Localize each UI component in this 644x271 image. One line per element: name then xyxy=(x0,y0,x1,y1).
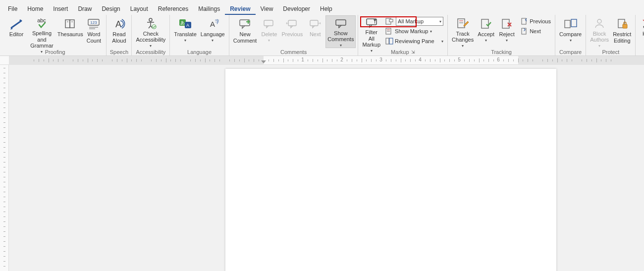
ribbon: Editor abc Spelling and Grammar Thesauru… xyxy=(0,15,644,56)
translate-dropdown-icon xyxy=(184,38,186,43)
next-change-icon xyxy=(520,27,528,35)
group-markup: Filter All Markup All Markup▾ Show Marku… xyxy=(358,15,448,55)
next-comment-icon xyxy=(308,17,322,30)
display-for-review-dropdown[interactable]: All Markup▾ xyxy=(396,17,443,26)
translate-button[interactable]: あA Translate xyxy=(172,15,198,48)
svg-rect-36 xyxy=(482,19,488,28)
block-authors-icon xyxy=(592,17,607,30)
tab-view[interactable]: View xyxy=(256,2,278,15)
language-dropdown-icon xyxy=(212,38,214,43)
translate-icon: あA xyxy=(178,17,193,30)
svg-text:あ: あ xyxy=(180,20,185,25)
svg-text:A: A xyxy=(210,20,215,28)
markup-dialog-launcher[interactable]: ⇲ xyxy=(411,49,415,55)
accept-button[interactable]: Accept xyxy=(476,15,496,48)
filter-dropdown-icon xyxy=(371,48,373,53)
track-changes-icon xyxy=(455,17,470,30)
delete-comment-button: Delete xyxy=(259,15,279,48)
spelling-dropdown-icon xyxy=(41,49,43,54)
new-comment-button[interactable]: New Comment xyxy=(231,15,259,48)
show-markup-icon xyxy=(385,27,393,35)
svg-point-10 xyxy=(149,18,152,21)
previous-change-button[interactable]: Previous xyxy=(518,16,553,26)
block-authors-button: Block Authors xyxy=(588,15,611,48)
read-aloud-button[interactable]: A Read Aloud xyxy=(108,15,129,48)
language-icon: A字 xyxy=(205,17,220,30)
svg-rect-23 xyxy=(310,20,318,26)
compare-button[interactable]: Compare xyxy=(557,15,584,48)
chevron-down-icon: ▾ xyxy=(441,39,443,44)
show-comments-dropdown-icon xyxy=(340,43,342,48)
tab-layout[interactable]: Layout xyxy=(125,2,153,15)
thesaurus-button[interactable]: Thesaurus xyxy=(57,15,83,48)
restrict-editing-button[interactable]: Restrict Editing xyxy=(611,15,633,48)
display-for-review-row[interactable]: All Markup▾ xyxy=(383,16,445,26)
tab-file[interactable]: File xyxy=(3,2,22,15)
svg-rect-21 xyxy=(264,20,273,26)
accessibility-icon xyxy=(143,17,158,30)
reject-dropdown-icon xyxy=(506,38,508,43)
svg-rect-1 xyxy=(65,20,70,28)
abc-check-icon: abc xyxy=(34,17,49,29)
group-proofing: Editor abc Spelling and Grammar Thesauru… xyxy=(4,15,107,55)
accessibility-dropdown-icon xyxy=(150,43,152,48)
track-dropdown-icon xyxy=(462,43,464,48)
tab-home[interactable]: Home xyxy=(22,2,48,15)
tab-help[interactable]: Help xyxy=(315,2,337,15)
delete-comment-icon xyxy=(262,17,276,30)
svg-rect-38 xyxy=(522,18,526,24)
svg-text:字: 字 xyxy=(215,19,219,24)
document-area: L 123456 xyxy=(0,56,644,271)
group-accessibility: Check Accessibility Accessibility xyxy=(132,15,170,55)
restrict-icon xyxy=(615,17,630,30)
tab-review[interactable]: Review xyxy=(225,2,255,15)
hide-ink-button[interactable]: Hide Ink xyxy=(638,15,644,48)
tab-mailings[interactable]: Mailings xyxy=(193,2,225,15)
language-button[interactable]: A字 Language xyxy=(199,15,227,48)
svg-rect-2 xyxy=(70,20,74,28)
document-page[interactable] xyxy=(225,69,556,271)
editor-button[interactable]: Editor xyxy=(6,15,27,48)
reject-button[interactable]: Reject xyxy=(496,15,517,48)
group-protect: Block Authors Restrict Editing Protect xyxy=(586,15,636,55)
svg-rect-32 xyxy=(389,38,393,44)
check-accessibility-button[interactable]: Check Accessibility xyxy=(134,15,167,48)
group-speech: A Read Aloud Speech xyxy=(107,15,132,55)
word-count-button[interactable]: 123 Word Count xyxy=(83,15,104,48)
tab-draw[interactable]: Draw xyxy=(73,2,97,15)
vertical-ruler[interactable] xyxy=(0,65,9,271)
group-comments: New Comment Delete Previous Next Show Co… xyxy=(229,15,359,55)
tab-insert[interactable]: Insert xyxy=(48,2,73,15)
svg-text:123: 123 xyxy=(91,20,98,25)
track-changes-button[interactable]: Track Changes xyxy=(450,15,476,48)
spelling-grammar-button[interactable]: abc Spelling and Grammar xyxy=(27,15,57,48)
svg-rect-41 xyxy=(571,19,577,27)
svg-rect-27 xyxy=(389,19,393,22)
chevron-down-icon: ▾ xyxy=(430,29,432,34)
group-ink: Hide Ink Ink xyxy=(636,15,644,55)
svg-rect-40 xyxy=(565,20,570,28)
tab-design[interactable]: Design xyxy=(97,2,125,15)
chevron-down-icon: ▾ xyxy=(439,19,441,24)
previous-comment-button: Previous xyxy=(279,15,305,48)
tab-developer[interactable]: Developer xyxy=(278,2,315,15)
show-markup-button[interactable]: Show Markup▾ xyxy=(383,26,445,36)
horizontal-ruler[interactable]: 123456 xyxy=(0,56,644,65)
svg-rect-39 xyxy=(522,28,526,34)
hide-ink-icon xyxy=(641,17,644,30)
filter-markup-icon xyxy=(364,17,379,28)
group-compare: Compare Compare xyxy=(555,15,586,55)
show-comments-button[interactable]: Show Comments xyxy=(325,15,356,48)
reviewing-pane-icon xyxy=(385,37,393,45)
reviewing-pane-button[interactable]: Reviewing Pane▾ xyxy=(383,36,445,46)
svg-rect-31 xyxy=(386,38,389,44)
svg-point-11 xyxy=(152,25,156,29)
next-change-button[interactable]: Next xyxy=(518,26,553,36)
tab-references[interactable]: References xyxy=(153,2,193,15)
display-icon xyxy=(385,17,393,25)
svg-point-42 xyxy=(597,19,601,23)
prev-comment-icon xyxy=(285,17,300,30)
accept-dropdown-icon xyxy=(485,38,487,43)
filter-markup-button[interactable]: Filter All Markup xyxy=(360,15,382,48)
new-comment-icon xyxy=(238,17,253,30)
